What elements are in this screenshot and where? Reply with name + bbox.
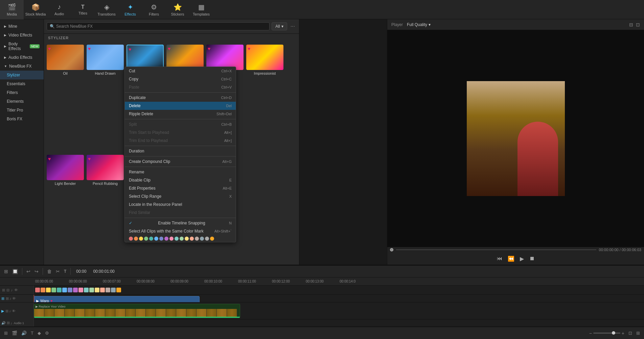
ctx-trim-start[interactable]: Trim Start to Playhead Alt+[ bbox=[125, 128, 236, 137]
zoom-out-button[interactable]: − bbox=[589, 331, 592, 336]
timeline-snap-button[interactable]: 🔲 bbox=[11, 267, 19, 275]
track-a1-mute-button[interactable]: ♪ bbox=[10, 321, 13, 325]
ctx-edit-properties[interactable]: Edit Properties Alt+E bbox=[125, 184, 236, 192]
sidebar-item-video-effects[interactable]: ▶ Video Effects bbox=[0, 31, 44, 40]
sidebar-item-mine[interactable]: ▶ Mine bbox=[0, 22, 44, 31]
ctx-trim-end[interactable]: Trim End to Playhead Alt+] bbox=[125, 137, 236, 145]
sidebar-item-stylizer[interactable]: Stylizer bbox=[0, 71, 44, 79]
spinning-favorite-icon[interactable]: ♥ bbox=[129, 47, 131, 52]
toolbar-media[interactable]: 🎬 Media bbox=[0, 0, 24, 19]
palette-gray[interactable] bbox=[111, 288, 116, 292]
video-media-clip[interactable]: ▶ Replace Your Video bbox=[34, 304, 240, 318]
timeline-add-track-button[interactable]: ⊞ bbox=[3, 267, 9, 275]
toolbar-filters[interactable]: ⚙ Filters bbox=[142, 0, 166, 19]
sidebar-item-elements[interactable]: Elements bbox=[0, 97, 44, 106]
filter-button[interactable]: All ▾ bbox=[272, 22, 287, 30]
player-icon-right[interactable]: ⊡ bbox=[636, 22, 640, 27]
ctx-split[interactable]: Split Ctrl+B bbox=[125, 120, 236, 128]
neon-favorite-icon[interactable]: ♥ bbox=[208, 46, 210, 51]
play-button[interactable]: ▶ bbox=[520, 256, 524, 262]
tbc-audio-button[interactable]: 🔊 bbox=[20, 329, 28, 337]
track-media-eye-button[interactable]: 👁 bbox=[12, 309, 16, 313]
ctx-disable-clip[interactable]: Disable Clip E bbox=[125, 176, 236, 184]
palette-teal[interactable] bbox=[57, 288, 62, 292]
sidebar-item-body-effects[interactable]: ▶ Body Effects NEW bbox=[0, 40, 44, 53]
handdrawn-favorite-icon[interactable]: ♥ bbox=[88, 46, 91, 51]
ctx-select-color[interactable]: Select All Clips with the Same Color Mar… bbox=[125, 227, 236, 235]
color-mark-red[interactable] bbox=[129, 237, 133, 241]
ctx-duration[interactable]: Duration bbox=[125, 147, 236, 155]
effect-oil[interactable]: ♥ Oil bbox=[47, 45, 84, 152]
quality-button[interactable]: Full Quality ▾ bbox=[407, 22, 431, 27]
palette-red[interactable] bbox=[35, 288, 40, 292]
ctx-ripple-delete[interactable]: Ripple Delete Shift+Del bbox=[125, 110, 236, 118]
track-v1-mute-button[interactable]: ♪ bbox=[9, 296, 12, 301]
toolbar-effects[interactable]: ✦ Effects bbox=[118, 0, 142, 19]
more-options-button[interactable]: ··· bbox=[289, 22, 296, 31]
timeline-redo-button[interactable]: ↪ bbox=[33, 267, 40, 275]
palette-amber[interactable] bbox=[95, 288, 99, 292]
timeline-progress-bar[interactable] bbox=[396, 249, 596, 250]
track-media-content[interactable]: ▶ Replace Your Video bbox=[34, 302, 644, 319]
palette-blue[interactable] bbox=[62, 288, 67, 292]
timeline-undo-button[interactable]: ↩ bbox=[25, 267, 32, 275]
timeline-split-button[interactable]: ✂ bbox=[54, 267, 61, 275]
effect-hand-drawn[interactable]: ♥ Hand Drawn bbox=[87, 45, 124, 152]
ctx-locate-resource[interactable]: Locate in the Resource Panel bbox=[125, 200, 236, 209]
sidebar-item-essentials[interactable]: Essentials bbox=[0, 79, 44, 88]
search-box[interactable]: 🔍 Search NewBlue FX bbox=[47, 22, 270, 30]
toolbar-stickers[interactable]: ⭐ Stickers bbox=[166, 0, 189, 19]
ctx-delete[interactable]: Delete Del bbox=[125, 102, 236, 110]
oil-favorite-icon[interactable]: ♥ bbox=[48, 46, 51, 51]
color-mark-orange[interactable] bbox=[134, 237, 138, 241]
toolbar-audio[interactable]: ♪ Audio bbox=[47, 0, 71, 19]
sidebar-item-boris-fx[interactable]: Boris FX bbox=[0, 115, 44, 123]
skip-back-button[interactable]: ⏮ bbox=[497, 256, 502, 262]
ctx-rename[interactable]: Rename bbox=[125, 168, 236, 176]
color-mark-silver[interactable] bbox=[205, 237, 209, 241]
effect-impressionist[interactable]: ♥ Impressionist bbox=[246, 45, 283, 152]
lightbender-favorite-icon[interactable]: ♥ bbox=[48, 156, 51, 162]
search-input[interactable]: Search NewBlue FX bbox=[56, 24, 267, 29]
sidebar-item-titler-pro[interactable]: Titler Pro bbox=[0, 106, 44, 115]
grid-button[interactable]: ⊞ bbox=[635, 329, 641, 337]
player-icon-left[interactable]: ⊟ bbox=[629, 22, 633, 27]
zoom-fit-button[interactable]: ⊡ bbox=[627, 329, 634, 337]
tbc-add-track-button[interactable]: ⊞ bbox=[3, 329, 9, 337]
tbc-marker-button[interactable]: ◆ bbox=[36, 329, 42, 337]
palette-tan[interactable] bbox=[106, 288, 110, 292]
ctx-paste[interactable]: Paste Ctrl+V bbox=[125, 83, 236, 91]
toolbar-titles[interactable]: T Titles bbox=[71, 0, 95, 19]
timeline-circle-handle[interactable] bbox=[390, 248, 393, 251]
color-mark-gold[interactable] bbox=[210, 237, 214, 241]
color-mark-green[interactable] bbox=[144, 237, 148, 241]
ctx-compound-clip[interactable]: Create Compound Clip Alt+G bbox=[125, 158, 236, 166]
warp-clip[interactable]: ▶ Warp ♥ bbox=[34, 296, 200, 302]
palette-pink[interactable] bbox=[78, 288, 83, 292]
palette-purple[interactable] bbox=[73, 288, 78, 292]
track-lock-button[interactable]: 👁 bbox=[14, 288, 18, 292]
stop-button[interactable]: ⏹ bbox=[529, 256, 535, 262]
impressionist-favorite-icon[interactable]: ♥ bbox=[248, 46, 250, 51]
palette-orange[interactable] bbox=[41, 288, 45, 292]
track-media-add-button[interactable]: ▶ bbox=[1, 309, 4, 313]
tbc-settings-button[interactable]: ⚙ bbox=[44, 329, 50, 337]
color-mark-purple[interactable] bbox=[164, 237, 168, 241]
track-mute-button[interactable]: ♪ bbox=[11, 288, 13, 292]
track-settings-button[interactable]: ⊟ bbox=[6, 288, 9, 292]
sidebar-item-audio-effects[interactable]: ▶ Audio Effects bbox=[0, 53, 44, 62]
color-mark-indigo[interactable] bbox=[159, 237, 163, 241]
palette-green[interactable] bbox=[51, 288, 56, 292]
ctx-enable-snapping[interactable]: ✓ Enable Timeline Snapping N bbox=[125, 219, 236, 227]
color-mark-teal[interactable] bbox=[149, 237, 153, 241]
color-mark-lightgreen[interactable] bbox=[180, 237, 184, 241]
color-mark-gray[interactable] bbox=[200, 237, 204, 241]
ctx-cut[interactable]: Cut Ctrl+X bbox=[125, 67, 236, 75]
color-mark-blue[interactable] bbox=[154, 237, 158, 241]
track-v1-eye-button[interactable]: 👁 bbox=[12, 296, 16, 301]
sidebar-item-filters[interactable]: Filters bbox=[0, 88, 44, 97]
track-media-mute-button[interactable]: ♪ bbox=[9, 309, 11, 313]
tbc-text-button[interactable]: T bbox=[29, 329, 35, 337]
toolbar-transitions[interactable]: ◈ Transitions bbox=[95, 0, 118, 19]
palette-cyan[interactable] bbox=[84, 288, 89, 292]
